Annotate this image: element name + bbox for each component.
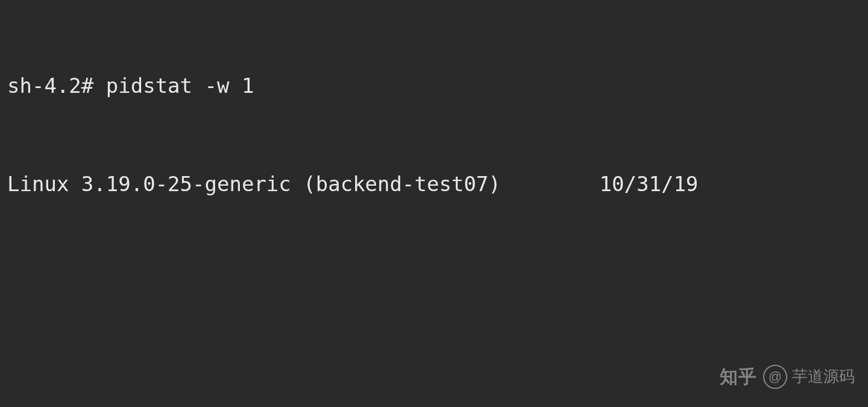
prompt-line: sh-4.2# pidstat -w 1 <box>7 69 862 102</box>
terminal-output[interactable]: sh-4.2# pidstat -w 1 Linux 3.19.0-25-gen… <box>0 0 868 407</box>
entered-command: pidstat -w 1 <box>106 74 254 98</box>
kernel-date: 10/31/19 <box>600 172 699 196</box>
blank-line <box>7 266 862 298</box>
kernel-header: Linux 3.19.0-25-generic (backend-test07) <box>7 172 501 196</box>
kernel-header-line: Linux 3.19.0-25-generic (backend-test07)… <box>7 168 862 200</box>
shell-prompt: sh-4.2# <box>7 74 106 98</box>
